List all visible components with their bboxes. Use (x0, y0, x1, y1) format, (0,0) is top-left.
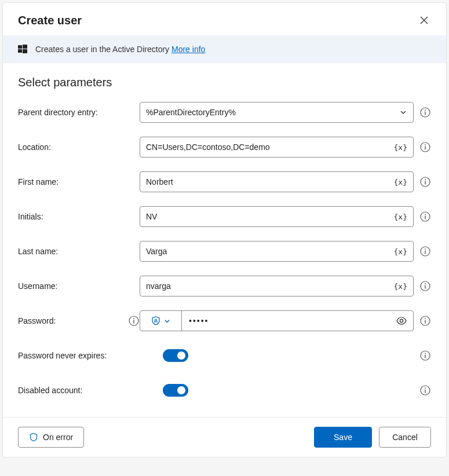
info-icon[interactable] (419, 350, 431, 361)
row-location: Location: CN=Users,DC=contoso,DC=demo {x… (18, 137, 431, 158)
eye-icon (396, 315, 407, 327)
label-parent-directory-entry: Parent directory entry: (18, 108, 140, 117)
dialog-content: Select parameters Parent directory entry… (3, 63, 446, 417)
location-value: CN=Users,DC=contoso,DC=demo (146, 142, 389, 152)
chevron-down-icon (164, 318, 170, 324)
first-name-input[interactable]: Norbert {x} (140, 171, 414, 192)
label-disabled-account: Disabled account: (18, 386, 163, 395)
row-password: Password: ••••• (18, 310, 431, 331)
svg-rect-12 (425, 181, 425, 185)
location-input[interactable]: CN=Users,DC=contoso,DC=demo {x} (140, 137, 414, 158)
dialog-title: Create user (18, 14, 82, 27)
first-name-value: Norbert (146, 177, 389, 186)
row-parent-directory-entry: Parent directory entry: %ParentDirectory… (18, 102, 431, 123)
create-user-dialog: Create user Creates a user in the Active… (2, 2, 447, 457)
on-error-button[interactable]: On error (18, 427, 84, 448)
info-icon[interactable] (419, 211, 431, 222)
close-button[interactable] (417, 13, 431, 27)
svg-rect-3 (23, 49, 27, 53)
variable-token-icon[interactable]: {x} (394, 143, 407, 152)
close-icon (420, 16, 428, 24)
svg-point-25 (155, 319, 156, 321)
svg-point-5 (425, 109, 426, 111)
label-password: Password: (18, 315, 140, 327)
reveal-password-button[interactable] (390, 311, 413, 331)
svg-point-14 (425, 214, 426, 215)
variable-token-icon[interactable]: {x} (394, 178, 407, 186)
windows-icon (18, 45, 27, 54)
svg-point-26 (400, 319, 403, 322)
save-button[interactable]: Save (314, 427, 372, 448)
variable-token-icon[interactable]: {x} (394, 247, 407, 256)
variable-token-icon[interactable]: {x} (394, 213, 407, 221)
row-disabled-account: Disabled account: (18, 380, 431, 401)
password-type-selector[interactable] (140, 311, 182, 331)
info-icon[interactable] (128, 315, 140, 327)
cancel-button[interactable]: Cancel (379, 427, 431, 448)
svg-rect-0 (18, 45, 22, 49)
row-username: Username: nvarga {x} (18, 276, 431, 296)
svg-rect-21 (425, 285, 425, 289)
parent-directory-entry-value: %ParentDirectoryEntry% (146, 108, 399, 117)
banner-text: Creates a user in the Active Directory M… (35, 45, 205, 54)
svg-rect-24 (133, 320, 134, 324)
svg-rect-2 (18, 49, 22, 53)
password-never-expires-toggle[interactable] (163, 349, 188, 362)
svg-rect-15 (425, 216, 425, 219)
label-first-name: First name: (18, 177, 140, 186)
section-title: Select parameters (18, 76, 431, 89)
svg-rect-1 (23, 45, 27, 49)
initials-input[interactable]: NV {x} (140, 206, 414, 227)
svg-rect-6 (425, 112, 425, 115)
svg-point-23 (133, 318, 134, 319)
label-password-never-expires: Password never expires: (18, 351, 163, 360)
disabled-account-toggle[interactable] (163, 384, 188, 397)
svg-rect-29 (425, 320, 425, 324)
svg-rect-18 (425, 251, 425, 254)
info-icon[interactable] (419, 246, 431, 257)
more-info-link[interactable]: More info (171, 45, 205, 54)
last-name-input[interactable]: Varga {x} (140, 241, 414, 262)
info-icon[interactable] (419, 315, 431, 327)
parent-directory-entry-dropdown[interactable]: %ParentDirectoryEntry% (140, 102, 414, 123)
dialog-header: Create user (3, 3, 446, 35)
svg-point-20 (425, 283, 426, 284)
svg-point-8 (425, 144, 426, 145)
label-last-name: Last name: (18, 247, 140, 256)
info-banner: Creates a user in the Active Directory M… (3, 35, 446, 63)
svg-point-28 (425, 318, 426, 319)
svg-point-17 (425, 248, 426, 250)
info-icon[interactable] (419, 385, 431, 396)
svg-point-31 (425, 353, 426, 354)
row-first-name: First name: Norbert {x} (18, 171, 431, 192)
svg-point-34 (425, 387, 426, 389)
initials-value: NV (146, 212, 389, 221)
row-last-name: Last name: Varga {x} (18, 241, 431, 262)
info-icon[interactable] (419, 141, 431, 153)
dialog-footer: On error Save Cancel (3, 417, 446, 457)
row-initials: Initials: NV {x} (18, 206, 431, 227)
shield-icon (151, 316, 160, 325)
password-value: ••••• (182, 311, 390, 331)
svg-rect-35 (425, 390, 425, 393)
username-input[interactable]: nvarga {x} (140, 276, 414, 296)
variable-token-icon[interactable]: {x} (394, 282, 407, 291)
password-input[interactable]: ••••• (140, 310, 414, 331)
row-password-never-expires: Password never expires: (18, 345, 431, 366)
info-icon[interactable] (419, 280, 431, 292)
svg-rect-9 (425, 147, 425, 150)
chevron-down-icon (399, 108, 407, 116)
label-location: Location: (18, 142, 140, 152)
last-name-value: Varga (146, 247, 389, 256)
username-value: nvarga (146, 281, 389, 291)
svg-point-11 (425, 179, 426, 180)
info-icon[interactable] (419, 107, 431, 118)
label-initials: Initials: (18, 212, 140, 221)
shield-outline-icon (29, 433, 38, 442)
svg-rect-32 (425, 355, 425, 358)
label-username: Username: (18, 281, 140, 291)
info-icon[interactable] (419, 176, 431, 188)
